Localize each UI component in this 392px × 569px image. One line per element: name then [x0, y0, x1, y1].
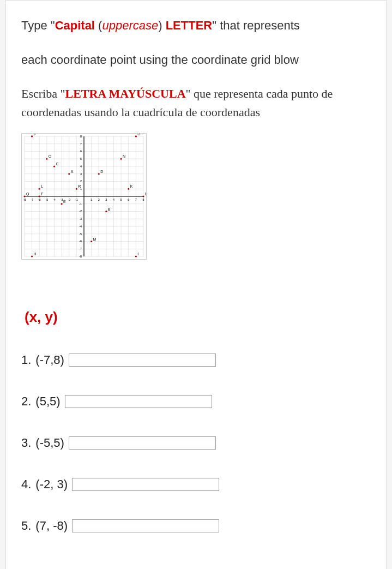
svg-text:-7: -7 — [79, 247, 82, 250]
svg-text:1: 1 — [91, 197, 92, 201]
svg-text:-3: -3 — [79, 217, 82, 220]
svg-text:2: 2 — [98, 197, 100, 201]
question-coord: (-2, 3) — [35, 477, 68, 492]
answer-input[interactable] — [69, 436, 216, 450]
capital-word: Capital — [55, 19, 95, 32]
svg-text:3: 3 — [80, 172, 82, 175]
svg-text:-4: -4 — [53, 197, 56, 201]
svg-point-94 — [61, 203, 63, 205]
svg-text:-4: -4 — [79, 225, 82, 228]
svg-text:-8: -8 — [79, 255, 82, 258]
svg-text:4: 4 — [113, 197, 114, 201]
svg-text:-3: -3 — [61, 197, 63, 201]
svg-point-100 — [31, 255, 33, 257]
svg-point-68 — [31, 135, 33, 137]
svg-text:-2: -2 — [68, 197, 70, 201]
instruction-spanish: Escriba "LETRA MAYÚSCULA" que representa… — [21, 85, 371, 122]
svg-text:P: P — [145, 192, 146, 196]
svg-text:L: L — [41, 184, 43, 188]
svg-point-98 — [91, 240, 92, 242]
svg-text:7: 7 — [135, 197, 137, 201]
svg-point-84 — [76, 188, 77, 189]
svg-text:8: 8 — [143, 197, 144, 201]
svg-text:J: J — [34, 134, 35, 136]
question-number: 3. — [21, 436, 31, 450]
text: Type " — [21, 19, 55, 32]
svg-point-102 — [135, 255, 137, 257]
svg-text:I: I — [137, 252, 138, 256]
svg-text:-5: -5 — [79, 232, 82, 235]
svg-text:O: O — [49, 154, 52, 158]
question-number: 2. — [21, 394, 31, 409]
answer-input[interactable] — [65, 395, 212, 408]
question-row: 5.(7, -8) — [21, 519, 371, 533]
svg-text:8: 8 — [80, 135, 82, 138]
text: each coordinate point using the coordina… — [21, 50, 371, 69]
svg-point-76 — [53, 165, 55, 167]
question-card: Type "Capital (uppercase) LETTER" that r… — [5, 0, 387, 569]
text: ) — [158, 19, 165, 32]
coordinate-grid-image: -8-7-6-5-4-3-2-112345678-8-7-6-5-4-3-2-1… — [21, 133, 147, 260]
svg-point-72 — [46, 158, 47, 159]
svg-text:K: K — [130, 184, 133, 188]
question-number: 1. — [21, 353, 31, 367]
answer-input[interactable] — [72, 478, 219, 491]
svg-point-88 — [23, 195, 25, 197]
svg-text:7: 7 — [80, 142, 82, 145]
svg-text:R: R — [78, 184, 81, 188]
svg-text:A: A — [71, 169, 74, 173]
svg-text:6: 6 — [80, 149, 82, 153]
svg-text:-6: -6 — [79, 239, 82, 243]
question-row: 4.(-2, 3) — [21, 477, 371, 492]
instruction-english: Type "Capital (uppercase) LETTER" that r… — [21, 16, 371, 69]
svg-text:C: C — [56, 162, 58, 166]
question-number: 4. — [21, 477, 31, 492]
letter-word: LETTER — [166, 19, 213, 32]
question-coord: (-7,8) — [35, 353, 64, 367]
svg-text:G: G — [137, 134, 140, 136]
svg-text:-1: -1 — [75, 197, 78, 201]
svg-text:E: E — [63, 199, 66, 203]
svg-text:B: B — [108, 207, 111, 211]
answer-input[interactable] — [72, 519, 219, 532]
svg-point-86 — [128, 188, 129, 189]
svg-point-78 — [68, 173, 70, 175]
question-number: 5. — [21, 519, 31, 533]
svg-text:6: 6 — [128, 197, 129, 201]
svg-text:-6: -6 — [38, 197, 41, 201]
letra-mayuscula: LETRA MAYÚSCULA — [65, 87, 185, 100]
svg-text:H: H — [34, 252, 37, 256]
svg-text:5: 5 — [80, 157, 82, 160]
svg-point-70 — [135, 135, 137, 137]
svg-text:2: 2 — [80, 179, 82, 183]
svg-text:-5: -5 — [45, 197, 48, 201]
uppercase-word: uppercase — [102, 19, 158, 32]
coordinate-grid-svg: -8-7-6-5-4-3-2-112345678-8-7-6-5-4-3-2-1… — [22, 134, 146, 259]
svg-text:D: D — [100, 169, 103, 173]
svg-point-82 — [39, 188, 40, 189]
text: ( — [95, 19, 102, 32]
question-coord: (5,5) — [35, 394, 60, 409]
question-coord: (7, -8) — [35, 519, 68, 533]
svg-text:4: 4 — [80, 165, 82, 168]
svg-text:-1: -1 — [79, 202, 82, 205]
svg-point-80 — [98, 173, 100, 175]
text: " that represents — [212, 19, 300, 32]
question-row: 1.(-7,8) — [21, 353, 371, 367]
svg-text:M: M — [93, 237, 97, 241]
svg-text:-2: -2 — [79, 209, 82, 213]
question-row: 2.(5,5) — [21, 394, 371, 409]
svg-text:Q: Q — [26, 192, 29, 196]
svg-text:-7: -7 — [31, 197, 33, 201]
svg-text:3: 3 — [105, 197, 107, 201]
svg-text:N: N — [123, 154, 125, 158]
svg-point-92 — [142, 195, 144, 197]
text: Escriba " — [21, 87, 65, 100]
svg-point-96 — [105, 210, 107, 212]
xy-header: (x, y) — [25, 309, 371, 326]
question-row: 3.(-5,5) — [21, 436, 371, 450]
answer-input[interactable] — [69, 354, 216, 367]
svg-point-74 — [120, 158, 122, 159]
svg-text:F: F — [41, 192, 43, 196]
svg-text:5: 5 — [120, 197, 122, 201]
